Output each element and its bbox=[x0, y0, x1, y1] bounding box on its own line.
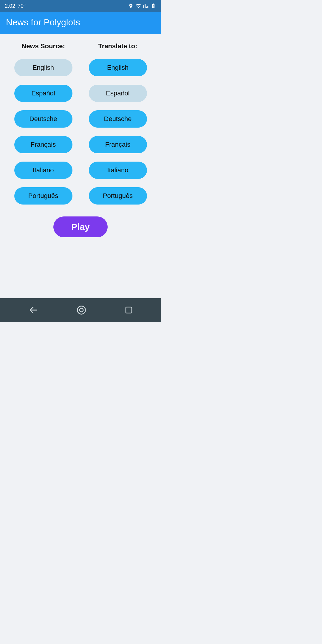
target-lang-btn-deutsche[interactable]: Deutsche bbox=[89, 110, 147, 128]
svg-point-1 bbox=[80, 308, 83, 312]
svg-rect-2 bbox=[126, 307, 132, 313]
lang-row: FrançaisFrançais bbox=[6, 136, 155, 153]
language-rows: EnglishEnglishEspañolEspañolDeutscheDeut… bbox=[6, 59, 155, 205]
target-lang-btn-français[interactable]: Français bbox=[89, 136, 147, 153]
battery-icon bbox=[150, 3, 156, 9]
source-lang-btn-português[interactable]: Português bbox=[14, 187, 72, 205]
back-icon bbox=[28, 305, 38, 315]
home-icon bbox=[76, 305, 87, 315]
source-lang-btn-english[interactable]: English bbox=[14, 59, 72, 76]
target-lang-btn-português[interactable]: Português bbox=[89, 187, 147, 205]
source-lang-btn-deutsche[interactable]: Deutsche bbox=[14, 110, 72, 128]
square-icon bbox=[124, 306, 133, 315]
status-right bbox=[128, 3, 156, 9]
translate-to-header: Translate to: bbox=[88, 42, 148, 50]
main-content: News Source: Translate to: EnglishEnglis… bbox=[0, 34, 161, 298]
source-lang-btn-français[interactable]: Français bbox=[14, 136, 72, 153]
lang-row: PortuguêsPortuguês bbox=[6, 187, 155, 205]
app-bar: News for Polyglots bbox=[0, 12, 161, 34]
columns-header: News Source: Translate to: bbox=[6, 42, 155, 50]
source-lang-btn-italiano[interactable]: Italiano bbox=[14, 162, 72, 179]
lang-row: EnglishEnglish bbox=[6, 59, 155, 76]
signal-icon bbox=[143, 3, 148, 9]
status-left: 2:02 70° bbox=[5, 3, 26, 9]
lang-row: ItalianoItaliano bbox=[6, 162, 155, 179]
target-lang-btn-english[interactable]: English bbox=[89, 59, 147, 76]
lang-row: DeutscheDeutsche bbox=[6, 110, 155, 128]
status-temp: 70° bbox=[18, 3, 26, 9]
target-lang-btn-italiano[interactable]: Italiano bbox=[89, 162, 147, 179]
wifi-icon bbox=[135, 3, 141, 9]
location-icon bbox=[128, 3, 134, 9]
news-source-header: News Source: bbox=[13, 42, 73, 50]
play-button[interactable]: Play bbox=[53, 216, 108, 237]
status-time: 2:02 bbox=[5, 3, 15, 9]
svg-point-0 bbox=[78, 306, 86, 314]
square-button[interactable] bbox=[124, 306, 133, 315]
target-lang-btn-español[interactable]: Español bbox=[89, 85, 147, 102]
app-title: News for Polyglots bbox=[6, 17, 80, 27]
play-section: Play bbox=[6, 216, 155, 237]
status-bar: 2:02 70° bbox=[0, 0, 161, 12]
source-lang-btn-español[interactable]: Español bbox=[14, 85, 72, 102]
lang-row: EspañolEspañol bbox=[6, 85, 155, 102]
home-button[interactable] bbox=[76, 305, 87, 315]
nav-bar bbox=[0, 298, 161, 322]
back-button[interactable] bbox=[28, 305, 38, 315]
